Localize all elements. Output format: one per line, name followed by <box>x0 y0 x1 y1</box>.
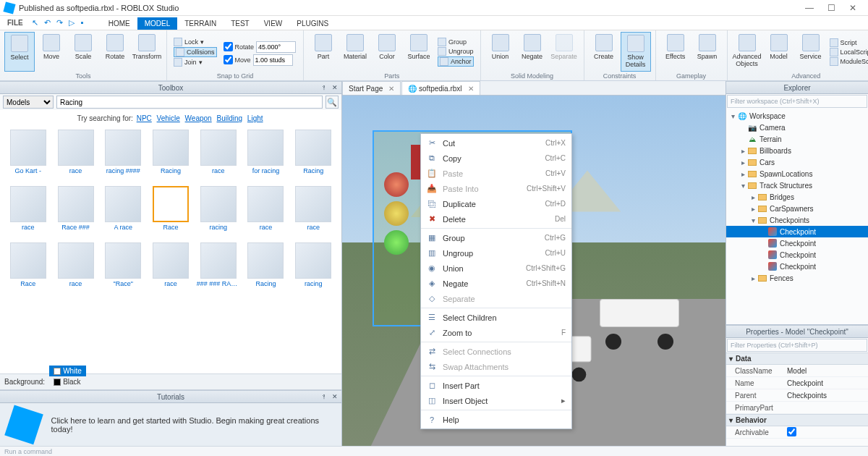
ctx-help[interactable]: ?Help <box>421 412 571 427</box>
toolbox-item[interactable]: Racing <box>242 241 290 297</box>
select-tool-button[interactable]: Select <box>4 32 35 72</box>
tutorials-link[interactable]: Click here to learn and get started with… <box>0 403 341 447</box>
tree-node[interactable]: Checkpoint <box>726 226 868 237</box>
tree-node[interactable]: Checkpoint <box>726 237 868 249</box>
close-button[interactable]: ✕ <box>842 1 864 15</box>
tree-node[interactable]: ▸Fences <box>726 272 868 284</box>
toolbox-item[interactable]: race <box>289 185 337 241</box>
ctx-ungroup[interactable]: ▥UngroupCtrl+U <box>421 245 571 261</box>
close-tab-icon[interactable]: ✕ <box>388 85 394 93</box>
surface-button[interactable]: Surface <box>404 32 434 72</box>
tree-node[interactable]: 📷Camera <box>726 122 868 133</box>
minimize-button[interactable]: — <box>799 1 820 15</box>
localscript-button[interactable]: LocalScript <box>830 48 868 56</box>
tab-home[interactable]: HOME <box>101 17 137 30</box>
anchor-button[interactable]: Anchor <box>438 56 474 67</box>
scale-tool-button[interactable]: Scale <box>68 32 98 72</box>
ctx-negate[interactable]: ◈NegateCtrl+Shift+N <box>421 276 571 291</box>
qat-undo-icon[interactable]: ↶ <box>44 18 54 28</box>
file-menu[interactable]: FILE <box>3 17 27 28</box>
show-details-button[interactable]: Show Details <box>621 32 651 72</box>
prop-category[interactable]: ▾ Data <box>726 352 868 365</box>
tree-node[interactable]: Checkpoint <box>726 261 868 272</box>
move-tool-button[interactable]: Move <box>36 32 67 72</box>
qat-stop-icon[interactable]: ▪ <box>81 18 91 28</box>
tree-twisty-icon[interactable]: ▾ <box>739 182 747 190</box>
suggestion-link[interactable]: NPC <box>137 114 152 122</box>
maximize-button[interactable]: ☐ <box>820 1 842 15</box>
toolbox-item[interactable]: for racing <box>242 128 290 185</box>
prop-row[interactable]: Archivable <box>726 426 868 439</box>
tree-node[interactable]: ▸CarSpawners <box>726 203 868 214</box>
toolbox-item[interactable]: A race <box>99 185 147 241</box>
ctx-duplicate[interactable]: ⿻DuplicateCtrl+D <box>421 196 571 211</box>
suggestion-link[interactable]: Vehicle <box>157 114 180 122</box>
tab-model[interactable]: MODEL <box>137 17 178 30</box>
suggestion-link[interactable]: Weapon <box>185 114 212 122</box>
create-constraint-button[interactable]: Create <box>589 32 619 72</box>
snap-rotate-row[interactable]: Rotate <box>224 41 297 53</box>
close-tab-icon[interactable]: ✕ <box>468 85 474 93</box>
ctx-union[interactable]: ◉UnionCtrl+Shift+G <box>421 261 571 276</box>
toolbox-item[interactable]: "Race" <box>99 241 147 297</box>
tab-terrain[interactable]: TERRAIN <box>177 17 224 30</box>
toolbox-item[interactable]: racing <box>195 185 242 241</box>
color-button[interactable]: Color <box>372 32 402 72</box>
modulescript-button[interactable]: ModuleScript <box>830 57 868 66</box>
tree-node[interactable]: ▾Checkpoints <box>726 214 868 226</box>
toolbox-item[interactable]: race <box>147 241 195 297</box>
toolbox-pin-icon[interactable]: ⫯ <box>319 84 329 91</box>
tab-plugins[interactable]: PLUGINS <box>289 17 336 30</box>
toolbox-item[interactable]: Racing <box>147 128 195 185</box>
tree-twisty-icon[interactable]: ▸ <box>739 159 747 166</box>
tree-twisty-icon[interactable]: ▾ <box>749 216 757 224</box>
qat-play-icon[interactable]: ▷ <box>69 18 79 28</box>
tutorials-pin-icon[interactable]: ⫯ <box>319 393 329 400</box>
service-button[interactable]: Service <box>796 32 826 72</box>
spawn-button[interactable]: Spawn <box>692 32 723 72</box>
ctx-insert-object[interactable]: ◫Insert Object▸ <box>421 393 571 408</box>
toolbox-item[interactable]: race <box>52 241 100 297</box>
tree-twisty-icon[interactable]: ▸ <box>739 147 747 155</box>
model-button[interactable]: Model <box>764 32 794 72</box>
prop-row[interactable]: ClassNameModel <box>726 365 868 377</box>
bg-option-black[interactable]: Black <box>49 376 86 387</box>
ctx-copy[interactable]: ⧉CopyCtrl+C <box>421 151 571 166</box>
ctx-zoom-to[interactable]: ⤢Zoom toF <box>421 325 571 340</box>
material-button[interactable]: Material <box>340 32 370 72</box>
tree-node[interactable]: ▸SpawnLocations <box>726 168 868 180</box>
tree-node[interactable]: ▾🌐Workspace <box>726 110 868 122</box>
tree-twisty-icon[interactable]: ▸ <box>749 274 757 282</box>
toolbox-item[interactable]: Race <box>147 185 195 241</box>
doc-tab[interactable]: Start Page✕ <box>342 81 401 95</box>
command-bar[interactable]: Run a command <box>0 446 868 456</box>
ctx-select-children[interactable]: ☰Select Children <box>421 310 571 325</box>
toolbox-item[interactable]: race <box>4 185 52 241</box>
toolbox-item[interactable]: race <box>242 185 290 241</box>
transform-tool-button[interactable]: Transform <box>132 32 162 72</box>
search-icon[interactable]: 🔍 <box>326 96 339 109</box>
suggestion-link[interactable]: Light <box>247 114 263 122</box>
toolbox-item[interactable]: racing #### <box>99 128 147 185</box>
tutorials-close-icon[interactable]: ✕ <box>330 393 340 400</box>
tree-node[interactable]: ▸Billboards <box>726 145 868 156</box>
qat-select-icon[interactable]: ↖ <box>32 18 42 28</box>
join-toggle[interactable]: Join ▾ <box>174 58 217 67</box>
toolbox-category-select[interactable]: Models <box>3 96 54 109</box>
explorer-filter-input[interactable]: Filter workspace (Ctrl+Shift+X) <box>727 95 867 108</box>
tree-node[interactable]: Checkpoint <box>726 249 868 261</box>
tree-twisty-icon[interactable]: ▾ <box>729 112 737 120</box>
toolbox-item[interactable]: ### ### RACE <box>195 241 242 297</box>
separate-button[interactable]: Separate <box>549 32 579 72</box>
ungroup-button[interactable]: Ungroup <box>438 47 474 56</box>
advanced-objects-button[interactable]: Advanced Objects <box>732 32 762 72</box>
prop-row[interactable]: PrimaryPart <box>726 402 868 414</box>
tree-twisty-icon[interactable]: ▸ <box>749 205 757 213</box>
qat-redo-icon[interactable]: ↷ <box>56 18 67 28</box>
tree-node[interactable]: ▸Bridges <box>726 191 868 203</box>
ctx-cut[interactable]: ✂CutCtrl+X <box>421 135 571 151</box>
prop-value[interactable]: Checkpoints <box>784 392 868 400</box>
tab-test[interactable]: TEST <box>224 17 257 30</box>
effects-button[interactable]: Effects <box>660 32 691 72</box>
suggestion-link[interactable]: Building <box>216 114 242 122</box>
